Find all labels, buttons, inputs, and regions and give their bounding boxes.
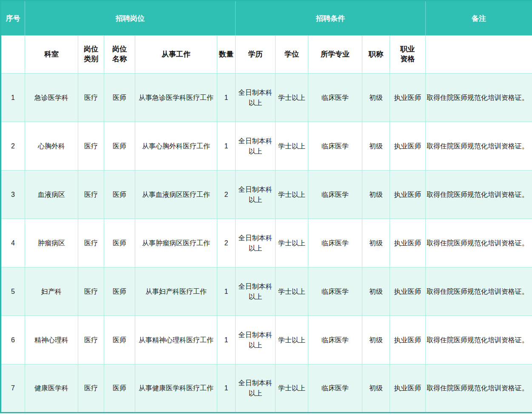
cell-serial: 6: [1, 316, 25, 364]
cell-major: 临床医学: [308, 171, 362, 219]
cell-work: 从事肿瘤病区医疗工作: [135, 219, 217, 267]
table-row: 1 急诊医学科 医疗 医师 从事急诊医学科医疗工作 1 全日制本科以上 学士以上…: [1, 74, 532, 122]
table-row: 2 心胸外科 医疗 医师 从事心胸外科医疗工作 1 全日制本科以上 学士以上 临…: [1, 122, 532, 171]
cell-position-name: 医师: [104, 122, 135, 171]
cell-qualification: 执业医师: [390, 171, 426, 219]
cell-serial: 4: [1, 219, 25, 267]
subheader-education: 学历: [236, 36, 276, 74]
cell-major: 临床医学: [308, 122, 362, 171]
cell-qualification: 执业医师: [390, 122, 426, 171]
subheader-empty-remark: [426, 36, 532, 74]
cell-department: 健康医学科: [25, 364, 78, 413]
cell-quantity: 1: [217, 364, 236, 413]
cell-quantity: 1: [217, 122, 236, 171]
cell-work: 从事妇产科医疗工作: [135, 267, 217, 316]
cell-major: 临床医学: [308, 267, 362, 316]
cell-remark: 取得住院医师规范化培训资格证。: [426, 122, 532, 171]
cell-serial: 2: [1, 122, 25, 171]
cell-title: 初级: [362, 74, 390, 122]
cell-degree: 学士以上: [276, 267, 308, 316]
table-row: 3 血液病区 医疗 医师 从事血液病区医疗工作 2 全日制本科以上 学士以上 临…: [1, 171, 532, 219]
cell-major: 临床医学: [308, 219, 362, 267]
cell-education: 全日制本科以上: [236, 219, 276, 267]
table-row: 4 肿瘤病区 医疗 医师 从事肿瘤病区医疗工作 2 全日制本科以上 学士以上 临…: [1, 219, 532, 267]
cell-position-name: 医师: [104, 219, 135, 267]
cell-department: 精神心理科: [25, 316, 78, 364]
cell-position-category: 医疗: [78, 74, 104, 122]
cell-position-category: 医疗: [78, 267, 104, 316]
cell-quantity: 1: [217, 267, 236, 316]
cell-degree: 学士以上: [276, 74, 308, 122]
subheader-qualification: 职业 资格: [390, 36, 426, 74]
cell-position-category: 医疗: [78, 316, 104, 364]
group-header-row: 序号 招聘岗位 招聘条件 备注: [1, 1, 532, 36]
subheader-department: 科室: [25, 36, 78, 74]
header-remark: 备注: [426, 1, 532, 36]
header-recruit-conditions-group: 招聘条件: [236, 1, 426, 36]
cell-education: 全日制本科以上: [236, 122, 276, 171]
cell-position-category: 医疗: [78, 219, 104, 267]
cell-position-name: 医师: [104, 267, 135, 316]
cell-education: 全日制本科以上: [236, 74, 276, 122]
cell-serial: 1: [1, 74, 25, 122]
cell-position-name: 医师: [104, 316, 135, 364]
cell-remark: 取得住院医师规范化培训资格证。: [426, 267, 532, 316]
cell-qualification: 执业医师: [390, 74, 426, 122]
cell-degree: 学士以上: [276, 171, 308, 219]
subheader-title: 职称: [362, 36, 390, 74]
cell-position-name: 医师: [104, 364, 135, 413]
cell-position-name: 医师: [104, 171, 135, 219]
cell-education: 全日制本科以上: [236, 267, 276, 316]
cell-work: 从事健康医学科医疗工作: [135, 364, 217, 413]
cell-remark: 取得住院医师规范化培训资格证。: [426, 364, 532, 413]
table-row: 6 精神心理科 医疗 医师 从事精神心理科医疗工作 1 全日制本科以上 学士以上…: [1, 316, 532, 364]
cell-remark: 取得住院医师规范化培训资格证。: [426, 171, 532, 219]
recruitment-table: 序号 招聘岗位 招聘条件 备注 科室 岗位 类别 岗位 名称 从事工作 数量 学…: [0, 0, 532, 413]
cell-quantity: 2: [217, 171, 236, 219]
cell-title: 初级: [362, 171, 390, 219]
subheader-quantity: 数量: [217, 36, 236, 74]
cell-qualification: 执业医师: [390, 219, 426, 267]
cell-degree: 学士以上: [276, 122, 308, 171]
subheader-major: 所学专业: [308, 36, 362, 74]
cell-title: 初级: [362, 364, 390, 413]
header-serial: 序号: [1, 1, 25, 36]
cell-quantity: 1: [217, 316, 236, 364]
cell-position-name: 医师: [104, 74, 135, 122]
cell-position-category: 医疗: [78, 171, 104, 219]
cell-quantity: 2: [217, 219, 236, 267]
subheader-work: 从事工作: [135, 36, 217, 74]
table-row: 5 妇产科 医疗 医师 从事妇产科医疗工作 1 全日制本科以上 学士以上 临床医…: [1, 267, 532, 316]
cell-serial: 7: [1, 364, 25, 413]
cell-title: 初级: [362, 219, 390, 267]
cell-major: 临床医学: [308, 316, 362, 364]
table-row: 7 健康医学科 医疗 医师 从事健康医学科医疗工作 1 全日制本科以上 学士以上…: [1, 364, 532, 413]
cell-education: 全日制本科以上: [236, 171, 276, 219]
cell-serial: 5: [1, 267, 25, 316]
cell-education: 全日制本科以上: [236, 316, 276, 364]
cell-work: 从事心胸外科医疗工作: [135, 122, 217, 171]
cell-qualification: 执业医师: [390, 267, 426, 316]
cell-remark: 取得住院医师规范化培训资格证。: [426, 74, 532, 122]
cell-degree: 学士以上: [276, 316, 308, 364]
cell-serial: 3: [1, 171, 25, 219]
cell-department: 心胸外科: [25, 122, 78, 171]
subheader-empty-serial: [1, 36, 25, 74]
cell-department: 妇产科: [25, 267, 78, 316]
cell-degree: 学士以上: [276, 364, 308, 413]
cell-work: 从事精神心理科医疗工作: [135, 316, 217, 364]
subheader-position-name: 岗位 名称: [104, 36, 135, 74]
cell-major: 临床医学: [308, 364, 362, 413]
cell-remark: 取得住院医师规范化培训资格证。: [426, 316, 532, 364]
subheader-degree: 学位: [276, 36, 308, 74]
cell-qualification: 执业医师: [390, 364, 426, 413]
cell-title: 初级: [362, 316, 390, 364]
cell-department: 急诊医学科: [25, 74, 78, 122]
cell-quantity: 1: [217, 74, 236, 122]
cell-title: 初级: [362, 267, 390, 316]
cell-position-category: 医疗: [78, 364, 104, 413]
subheader-position-category: 岗位 类别: [78, 36, 104, 74]
cell-education: 全日制本科以上: [236, 364, 276, 413]
cell-qualification: 执业医师: [390, 316, 426, 364]
cell-degree: 学士以上: [276, 219, 308, 267]
